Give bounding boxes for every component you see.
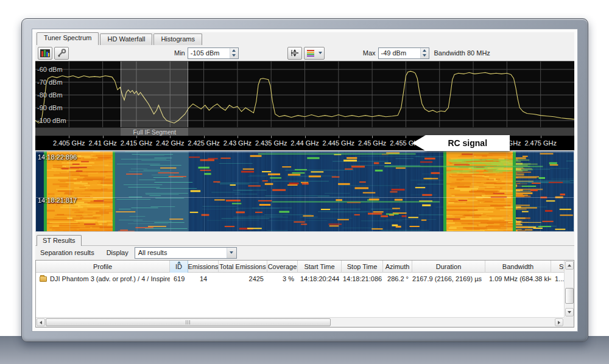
column-header-label: Start Time bbox=[304, 263, 334, 270]
tick-mark bbox=[339, 136, 339, 138]
spectrum-toolbar: Min -105 dBm bbox=[35, 45, 574, 61]
colormap-levels-button[interactable] bbox=[304, 47, 325, 60]
tick-mark bbox=[136, 136, 137, 138]
column-header-profile[interactable]: Profile bbox=[36, 261, 170, 273]
chevron-down-icon bbox=[230, 251, 233, 254]
column-header-label: Sy bbox=[559, 263, 564, 270]
results-table-header: ProfileIDEmissionsTotal EmissionsCoverag… bbox=[36, 261, 564, 273]
column-header-label: Profile bbox=[93, 263, 112, 270]
min-spin-down[interactable] bbox=[230, 53, 238, 58]
cell-duration[interactable]: 2167.9 (2166, 2169) µs bbox=[412, 273, 485, 285]
frequency-tick-label: 2.45 GHz bbox=[358, 139, 386, 147]
cell-total-emissions[interactable]: 2425 bbox=[219, 273, 267, 285]
column-header-stop-time[interactable]: Stop Time bbox=[342, 261, 383, 273]
full-if-strip-label[interactable]: Full IF Segment bbox=[121, 128, 188, 136]
tick-mark bbox=[204, 136, 205, 138]
cell-bandwidth[interactable]: 1.09 MHz (684.38 kHz, 1.... bbox=[485, 273, 551, 285]
auto-scale-button[interactable] bbox=[287, 47, 302, 60]
tick-mark bbox=[541, 136, 541, 138]
column-header-bandwidth[interactable]: Bandwidth bbox=[485, 261, 551, 273]
waterfall-display[interactable]: 14:18:22:89614:18:21:817 bbox=[35, 151, 574, 232]
max-spin-up[interactable] bbox=[421, 48, 429, 54]
min-label: Min bbox=[174, 49, 185, 57]
column-header-label: Bandwidth bbox=[502, 263, 533, 270]
horizontal-scrollbar[interactable] bbox=[36, 317, 564, 327]
tick-mark bbox=[372, 136, 373, 138]
display-dropdown[interactable]: All results bbox=[135, 247, 237, 259]
tick-mark bbox=[406, 136, 406, 138]
full-if-segment-region[interactable] bbox=[121, 61, 188, 127]
colormap-levels-icon bbox=[306, 49, 315, 57]
profile-text: DJI Phantom 3 (adv. or prof.) / 4 / Insp… bbox=[50, 275, 170, 282]
display-dropdown-value[interactable]: All results bbox=[135, 248, 227, 258]
cell-emissions[interactable]: 14 bbox=[188, 273, 219, 285]
scroll-up-button[interactable] bbox=[565, 261, 574, 270]
cell-start-time[interactable]: 14:18:20:244 bbox=[298, 273, 342, 285]
min-spin-up[interactable] bbox=[230, 48, 238, 54]
column-header-label: Duration bbox=[436, 263, 462, 270]
spectrum-plot[interactable]: -60 dBm-70 dBm-80 dBm-90 dBm-100 dBm bbox=[35, 61, 574, 127]
column-header-azimuth[interactable]: Azimuth bbox=[383, 261, 412, 273]
vertical-scroll-thumb[interactable] bbox=[565, 288, 574, 304]
frequency-axis: RC signal 2.405 GHz2.41 GHz2.415 GHz2.42… bbox=[35, 136, 574, 150]
max-label: Max bbox=[363, 49, 376, 57]
tick-mark bbox=[305, 136, 306, 138]
scroll-down-button[interactable] bbox=[565, 308, 574, 317]
column-header-label: Azimuth bbox=[385, 263, 410, 270]
tick-mark bbox=[271, 136, 272, 138]
max-spin-down[interactable] bbox=[421, 53, 429, 58]
horizontal-scroll-thumb[interactable] bbox=[46, 318, 331, 326]
tab-st-results[interactable]: ST Results bbox=[37, 235, 82, 246]
column-header-label: ID bbox=[175, 263, 182, 270]
measure-tool-button[interactable] bbox=[54, 47, 69, 60]
column-header-label: Coverage bbox=[268, 263, 297, 270]
tick-mark bbox=[103, 136, 104, 138]
max-value[interactable]: -49 dBm bbox=[379, 48, 420, 58]
min-value[interactable]: -105 dBm bbox=[188, 48, 230, 58]
frequency-tick-label: 2.415 GHz bbox=[121, 139, 153, 147]
scroll-right-button[interactable] bbox=[555, 318, 563, 326]
cell-coverage[interactable]: 3 % bbox=[267, 273, 298, 285]
cell-azimuth[interactable]: 286.2 ° bbox=[383, 273, 412, 285]
tick-mark bbox=[170, 136, 171, 138]
column-header-sy[interactable]: Sy bbox=[551, 261, 564, 273]
cell-id[interactable]: 619 bbox=[170, 273, 188, 285]
cell-stop-time[interactable]: 14:18:21:086 bbox=[342, 273, 383, 285]
min-spinbox[interactable]: -105 dBm bbox=[188, 47, 239, 59]
column-header-start-time[interactable]: Start Time bbox=[298, 261, 342, 273]
spectrum-panel: -60 dBm-70 dBm-80 dBm-90 dBm-100 dBm Ful… bbox=[35, 61, 574, 150]
display-dropdown-button[interactable] bbox=[227, 248, 236, 258]
wrench-icon bbox=[57, 49, 66, 57]
cell-sy[interactable]: 1... bbox=[551, 273, 564, 285]
max-spinbox[interactable]: -49 dBm bbox=[378, 47, 429, 59]
scroll-left-button[interactable] bbox=[37, 318, 45, 326]
column-header-duration[interactable]: Duration bbox=[412, 261, 485, 273]
cell-profile[interactable]: DJI Phantom 3 (adv. or prof.) / 4 / Insp… bbox=[36, 273, 170, 285]
column-header-coverage[interactable]: Coverage bbox=[267, 261, 298, 273]
tab-histograms[interactable]: Histograms bbox=[153, 33, 202, 45]
monitor-frame: Tuner Spectrum HD Waterfall Histograms bbox=[21, 18, 588, 342]
segment-strip: Full IF Segment bbox=[35, 127, 574, 136]
max-spinner[interactable] bbox=[420, 48, 429, 58]
column-header-label: Stop Time bbox=[347, 263, 378, 270]
column-header-label: Emissions bbox=[188, 263, 218, 270]
tab-hd-waterfall[interactable]: HD Waterfall bbox=[100, 33, 152, 45]
column-header-total-emissions[interactable]: Total Emissions bbox=[219, 261, 267, 273]
tick-mark bbox=[238, 136, 238, 138]
spectrum-colors-button[interactable] bbox=[38, 47, 52, 60]
column-header-emissions[interactable]: Emissions bbox=[188, 261, 219, 273]
min-spinner[interactable] bbox=[230, 48, 238, 58]
tab-tuner-spectrum[interactable]: Tuner Spectrum bbox=[37, 32, 99, 45]
main-tab-bar: Tuner Spectrum HD Waterfall Histograms bbox=[35, 32, 574, 45]
separation-results-label: Separation results bbox=[40, 249, 94, 256]
results-table-viewport: ProfileIDEmissionsTotal EmissionsCoverag… bbox=[36, 261, 564, 317]
vertical-scrollbar[interactable] bbox=[564, 261, 574, 317]
callout-arrow-icon bbox=[412, 135, 426, 151]
rc-signal-label: RC signal bbox=[448, 138, 487, 148]
frequency-tick-label: 2.43 GHz bbox=[224, 139, 252, 147]
results-table-row[interactable]: DJI Phantom 3 (adv. or prof.) / 4 / Insp… bbox=[36, 273, 564, 285]
frequency-tick-label: 2.405 GHz bbox=[53, 139, 85, 147]
column-header-id[interactable]: ID bbox=[170, 261, 188, 273]
column-header-label: Total Emissions bbox=[219, 263, 266, 270]
results-tab-bar: ST Results bbox=[35, 235, 574, 246]
